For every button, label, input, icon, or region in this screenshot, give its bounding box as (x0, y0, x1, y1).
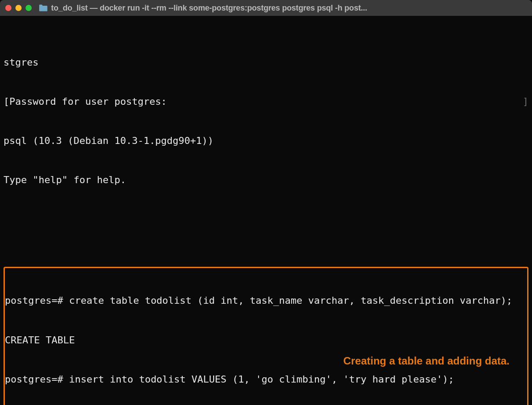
folder-icon (39, 4, 48, 11)
terminal-line: postgres=# create table todolist (id int… (5, 294, 527, 307)
zoom-button[interactable] (26, 5, 32, 11)
terminal-line: CREATE TABLE (5, 334, 527, 347)
annotation-box-1: postgres=# create table todolist (id int… (4, 267, 528, 405)
window-titlebar[interactable]: to_do_list — docker run -it --rm --link … (0, 0, 532, 16)
traffic-lights (5, 5, 32, 11)
close-button[interactable] (5, 5, 11, 11)
terminal-line (4, 213, 528, 226)
terminal-line: stgres (4, 56, 528, 69)
terminal-line: postgres=# insert into todolist VALUES (… (5, 373, 527, 386)
window-title: to_do_list — docker run -it --rm --link … (51, 4, 527, 13)
annotation-label-1: Creating a table and adding data. (344, 354, 510, 368)
terminal-line: [Password for user postgres:] (4, 95, 528, 108)
terminal-body[interactable]: stgres [Password for user postgres:] psq… (0, 16, 532, 405)
terminal-line: psql (10.3 (Debian 10.3-1.pgdg90+1)) (4, 134, 528, 147)
minimize-button[interactable] (15, 5, 22, 11)
terminal-line: Type "help" for help. (4, 173, 528, 187)
terminal-window: to_do_list — docker run -it --rm --link … (0, 0, 532, 405)
